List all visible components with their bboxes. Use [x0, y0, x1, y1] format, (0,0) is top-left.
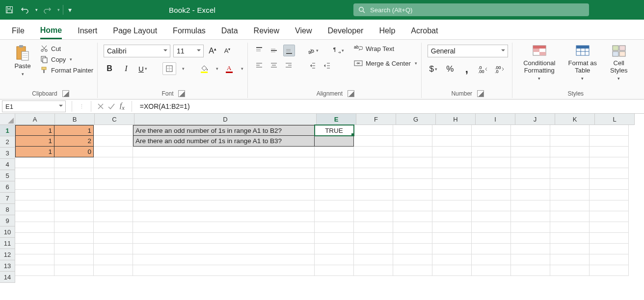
cell[interactable] — [590, 168, 629, 179]
cell[interactable] — [393, 222, 432, 233]
row-header[interactable]: 7 — [0, 193, 15, 204]
cell[interactable] — [511, 244, 550, 254]
name-box[interactable]: E1 — [2, 100, 66, 112]
cell[interactable] — [432, 168, 472, 179]
cell[interactable] — [511, 265, 550, 276]
tab-review[interactable]: Review — [254, 22, 279, 39]
cut-button[interactable]: Cut — [40, 45, 93, 52]
redo-icon[interactable] — [41, 3, 54, 16]
row-header[interactable]: 4 — [0, 159, 15, 170]
cell[interactable] — [354, 200, 393, 211]
cell[interactable] — [590, 244, 629, 254]
cell[interactable] — [511, 222, 550, 233]
cell[interactable] — [550, 190, 590, 200]
cell[interactable] — [15, 168, 54, 179]
row-header[interactable]: 3 — [0, 148, 15, 159]
cell[interactable] — [590, 157, 629, 168]
cell[interactable] — [511, 157, 550, 168]
cell[interactable] — [315, 222, 354, 233]
cell[interactable] — [393, 168, 432, 179]
cell[interactable] — [133, 254, 315, 265]
cell[interactable] — [94, 179, 133, 190]
cell[interactable] — [133, 179, 315, 190]
increase-indent-icon[interactable] — [322, 60, 332, 71]
orientation-icon[interactable]: ab▾ — [308, 45, 319, 56]
number-dialog-icon[interactable] — [477, 90, 484, 97]
bold-icon[interactable]: B — [104, 63, 115, 75]
search-box[interactable]: Search (Alt+Q) — [353, 3, 589, 16]
cell[interactable] — [590, 147, 629, 157]
column-header[interactable]: J — [515, 114, 555, 125]
cell[interactable] — [54, 244, 94, 254]
cell[interactable] — [15, 200, 54, 211]
cell[interactable] — [315, 147, 354, 157]
cell[interactable] — [472, 200, 511, 211]
cell[interactable] — [133, 168, 315, 179]
tab-page-layout[interactable]: Page Layout — [113, 22, 157, 39]
cell[interactable] — [511, 211, 550, 222]
cell[interactable] — [54, 157, 94, 168]
cell[interactable] — [393, 254, 432, 265]
cell[interactable] — [133, 265, 315, 276]
row-header[interactable]: 10 — [0, 226, 15, 238]
cell[interactable] — [511, 147, 550, 157]
cell[interactable] — [94, 157, 133, 168]
column-header[interactable]: D — [134, 114, 317, 125]
cell[interactable] — [472, 254, 511, 265]
cell[interactable] — [432, 179, 472, 190]
cell[interactable] — [315, 200, 354, 211]
cell[interactable] — [15, 244, 54, 254]
row-header[interactable]: 5 — [0, 170, 15, 181]
accounting-icon[interactable]: $▾ — [428, 63, 439, 75]
cell[interactable] — [94, 233, 133, 244]
cell[interactable] — [54, 222, 94, 233]
cell[interactable] — [15, 233, 54, 244]
cell[interactable] — [472, 125, 511, 136]
grow-font-icon[interactable]: A▴ — [207, 45, 218, 57]
cell[interactable] — [354, 254, 393, 265]
customize-qat-icon[interactable]: ▾ — [66, 3, 73, 16]
format-painter-button[interactable]: Format Painter — [40, 66, 93, 74]
cell[interactable] — [354, 233, 393, 244]
tab-developer[interactable]: Developer — [327, 22, 363, 39]
cell[interactable] — [15, 179, 54, 190]
column-header[interactable]: A — [15, 114, 55, 125]
cell[interactable] — [472, 233, 511, 244]
cell[interactable] — [432, 190, 472, 200]
cell[interactable] — [354, 125, 393, 136]
cell[interactable] — [472, 147, 511, 157]
cell[interactable] — [472, 157, 511, 168]
align-center-icon[interactable] — [268, 60, 279, 71]
number-format-select[interactable]: General — [428, 45, 508, 57]
cell[interactable] — [94, 125, 133, 136]
cell[interactable] — [393, 200, 432, 211]
cell[interactable] — [354, 265, 393, 276]
cell[interactable] — [472, 168, 511, 179]
cell[interactable] — [472, 190, 511, 200]
cell[interactable] — [54, 265, 94, 276]
cell[interactable] — [393, 147, 432, 157]
cell[interactable] — [315, 179, 354, 190]
cell[interactable] — [54, 190, 94, 200]
cell[interactable] — [432, 222, 472, 233]
cell[interactable] — [432, 136, 472, 147]
cell[interactable] — [315, 157, 354, 168]
cell[interactable] — [94, 244, 133, 254]
cell[interactable] — [590, 190, 629, 200]
cell[interactable] — [315, 233, 354, 244]
alignment-dialog-icon[interactable] — [348, 90, 354, 97]
align-middle-icon[interactable] — [268, 45, 279, 56]
cell[interactable] — [133, 157, 315, 168]
column-header[interactable]: C — [95, 114, 134, 125]
cell[interactable] — [550, 168, 590, 179]
cell[interactable] — [94, 265, 133, 276]
borders-icon[interactable] — [162, 62, 176, 75]
row-header[interactable]: 2 — [0, 136, 15, 148]
cell[interactable] — [590, 265, 629, 276]
formula-input[interactable]: =XOR(A1:B2=1) — [136, 102, 644, 110]
cell[interactable] — [393, 136, 432, 147]
cell[interactable] — [590, 254, 629, 265]
cell[interactable] — [54, 200, 94, 211]
cell[interactable] — [133, 233, 315, 244]
cell[interactable] — [550, 136, 590, 147]
